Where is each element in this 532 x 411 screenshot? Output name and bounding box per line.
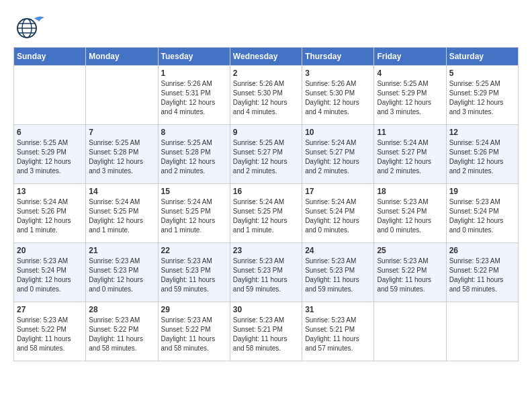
day-info: Sunrise: 5:24 AM Sunset: 5:24 PM Dayligh… [305,197,371,235]
calendar-cell: 2Sunrise: 5:26 AM Sunset: 5:30 PM Daylig… [230,66,302,125]
calendar-header-tuesday: Tuesday [158,48,230,66]
calendar-cell: 13Sunrise: 5:24 AM Sunset: 5:26 PM Dayli… [14,184,86,243]
day-info: Sunrise: 5:23 AM Sunset: 5:23 PM Dayligh… [161,257,227,294]
calendar-cell: 9Sunrise: 5:25 AM Sunset: 5:27 PM Daylig… [230,125,302,184]
calendar-cell [374,302,446,361]
day-info: Sunrise: 5:23 AM Sunset: 5:22 PM Dayligh… [161,316,227,353]
calendar-cell: 22Sunrise: 5:23 AM Sunset: 5:23 PM Dayli… [158,243,230,302]
calendar-cell: 3Sunrise: 5:26 AM Sunset: 5:30 PM Daylig… [302,66,374,125]
day-info: Sunrise: 5:24 AM Sunset: 5:25 PM Dayligh… [89,197,154,235]
day-info: Sunrise: 5:24 AM Sunset: 5:25 PM Dayligh… [161,197,227,235]
calendar-cell: 31Sunrise: 5:23 AM Sunset: 5:21 PM Dayli… [302,302,374,361]
calendar-cell: 17Sunrise: 5:24 AM Sunset: 5:24 PM Dayli… [302,184,374,243]
day-number: 24 [305,246,371,255]
day-number: 3 [305,68,371,78]
day-info: Sunrise: 5:23 AM Sunset: 5:23 PM Dayligh… [233,257,299,294]
logo [13,13,50,40]
day-number: 2 [233,68,299,78]
day-number: 31 [305,305,371,314]
day-info: Sunrise: 5:25 AM Sunset: 5:29 PM Dayligh… [377,79,443,117]
day-info: Sunrise: 5:23 AM Sunset: 5:22 PM Dayligh… [89,316,154,353]
calendar-header-sunday: Sunday [14,48,86,66]
day-number: 25 [377,246,443,255]
calendar-cell: 8Sunrise: 5:25 AM Sunset: 5:28 PM Daylig… [158,125,230,184]
day-number: 13 [17,187,83,196]
day-number: 29 [161,305,227,314]
calendar-cell: 18Sunrise: 5:23 AM Sunset: 5:24 PM Dayli… [374,184,446,243]
calendar-cell: 12Sunrise: 5:24 AM Sunset: 5:26 PM Dayli… [446,125,518,184]
day-info: Sunrise: 5:23 AM Sunset: 5:22 PM Dayligh… [377,257,443,294]
calendar-week-row: 13Sunrise: 5:24 AM Sunset: 5:26 PM Dayli… [14,184,519,243]
day-info: Sunrise: 5:25 AM Sunset: 5:29 PM Dayligh… [17,138,83,176]
calendar-cell: 28Sunrise: 5:23 AM Sunset: 5:22 PM Dayli… [86,302,158,361]
calendar-week-row: 27Sunrise: 5:23 AM Sunset: 5:22 PM Dayli… [14,302,519,361]
day-number: 1 [161,68,227,78]
calendar-cell: 27Sunrise: 5:23 AM Sunset: 5:22 PM Dayli… [14,302,86,361]
day-info: Sunrise: 5:23 AM Sunset: 5:24 PM Dayligh… [17,257,83,294]
day-info: Sunrise: 5:23 AM Sunset: 5:24 PM Dayligh… [449,197,515,235]
day-number: 23 [233,246,299,255]
day-info: Sunrise: 5:25 AM Sunset: 5:28 PM Dayligh… [89,138,154,176]
calendar-cell: 25Sunrise: 5:23 AM Sunset: 5:22 PM Dayli… [374,243,446,302]
calendar-cell: 1Sunrise: 5:26 AM Sunset: 5:31 PM Daylig… [158,66,230,125]
calendar-header-row: SundayMondayTuesdayWednesdayThursdayFrid… [14,48,519,66]
logo-icon [13,13,47,40]
day-number: 26 [449,246,515,255]
day-number: 16 [233,187,299,196]
day-info: Sunrise: 5:25 AM Sunset: 5:29 PM Dayligh… [449,79,515,117]
day-info: Sunrise: 5:23 AM Sunset: 5:21 PM Dayligh… [305,316,371,353]
day-info: Sunrise: 5:25 AM Sunset: 5:27 PM Dayligh… [233,138,299,176]
page-header [13,13,519,40]
calendar-cell: 23Sunrise: 5:23 AM Sunset: 5:23 PM Dayli… [230,243,302,302]
calendar-cell [446,302,518,361]
day-number: 8 [161,128,227,137]
day-number: 12 [449,128,515,137]
calendar-cell: 19Sunrise: 5:23 AM Sunset: 5:24 PM Dayli… [446,184,518,243]
calendar-header-wednesday: Wednesday [230,48,302,66]
day-number: 7 [89,128,154,137]
calendar-header-saturday: Saturday [446,48,518,66]
day-info: Sunrise: 5:24 AM Sunset: 5:27 PM Dayligh… [377,138,443,176]
calendar-week-row: 20Sunrise: 5:23 AM Sunset: 5:24 PM Dayli… [14,243,519,302]
day-number: 19 [449,187,515,196]
calendar-header-friday: Friday [374,48,446,66]
day-info: Sunrise: 5:24 AM Sunset: 5:25 PM Dayligh… [233,197,299,235]
day-number: 10 [305,128,371,137]
day-number: 22 [161,246,227,255]
calendar-cell: 21Sunrise: 5:23 AM Sunset: 5:23 PM Dayli… [86,243,158,302]
calendar-cell [14,66,86,125]
day-info: Sunrise: 5:23 AM Sunset: 5:22 PM Dayligh… [449,257,515,294]
calendar-cell: 7Sunrise: 5:25 AM Sunset: 5:28 PM Daylig… [86,125,158,184]
calendar-header-monday: Monday [86,48,158,66]
day-number: 14 [89,187,154,196]
day-info: Sunrise: 5:23 AM Sunset: 5:22 PM Dayligh… [17,316,83,353]
day-info: Sunrise: 5:24 AM Sunset: 5:26 PM Dayligh… [449,138,515,176]
calendar-table: SundayMondayTuesdayWednesdayThursdayFrid… [13,47,519,361]
calendar-cell: 29Sunrise: 5:23 AM Sunset: 5:22 PM Dayli… [158,302,230,361]
day-number: 20 [17,246,83,255]
day-number: 21 [89,246,154,255]
day-info: Sunrise: 5:24 AM Sunset: 5:26 PM Dayligh… [17,197,83,235]
day-number: 28 [89,305,154,314]
calendar-cell [86,66,158,125]
calendar-cell: 24Sunrise: 5:23 AM Sunset: 5:23 PM Dayli… [302,243,374,302]
day-number: 30 [233,305,299,314]
day-number: 18 [377,187,443,196]
calendar-cell: 20Sunrise: 5:23 AM Sunset: 5:24 PM Dayli… [14,243,86,302]
calendar-header-thursday: Thursday [302,48,374,66]
day-number: 6 [17,128,83,137]
calendar-week-row: 6Sunrise: 5:25 AM Sunset: 5:29 PM Daylig… [14,125,519,184]
day-info: Sunrise: 5:23 AM Sunset: 5:23 PM Dayligh… [89,257,154,294]
day-number: 5 [449,68,515,78]
calendar-cell: 5Sunrise: 5:25 AM Sunset: 5:29 PM Daylig… [446,66,518,125]
calendar-cell: 4Sunrise: 5:25 AM Sunset: 5:29 PM Daylig… [374,66,446,125]
day-number: 9 [233,128,299,137]
day-number: 15 [161,187,227,196]
day-info: Sunrise: 5:23 AM Sunset: 5:21 PM Dayligh… [233,316,299,353]
calendar-cell: 16Sunrise: 5:24 AM Sunset: 5:25 PM Dayli… [230,184,302,243]
calendar-cell: 10Sunrise: 5:24 AM Sunset: 5:27 PM Dayli… [302,125,374,184]
day-info: Sunrise: 5:24 AM Sunset: 5:27 PM Dayligh… [305,138,371,176]
day-info: Sunrise: 5:23 AM Sunset: 5:23 PM Dayligh… [305,257,371,294]
day-info: Sunrise: 5:26 AM Sunset: 5:30 PM Dayligh… [233,79,299,117]
day-info: Sunrise: 5:23 AM Sunset: 5:24 PM Dayligh… [377,197,443,235]
